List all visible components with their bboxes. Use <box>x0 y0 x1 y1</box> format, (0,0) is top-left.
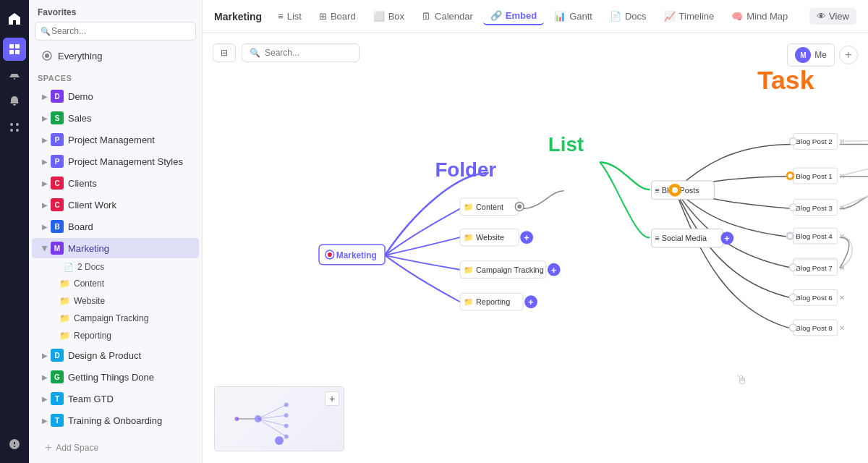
svg-point-9 <box>45 54 49 58</box>
mm-me-button[interactable]: M Me <box>787 43 835 67</box>
mm-search-input-wrap: 🔍 <box>242 43 359 62</box>
nav-search-input[interactable] <box>35 22 196 41</box>
line-graphics <box>841 141 868 142</box>
pms-icon: P <box>51 155 64 168</box>
thumbnail-add-button[interactable]: + <box>325 391 339 406</box>
tab-embed[interactable]: 🔗 Embed <box>483 7 544 25</box>
top-bar: Marketing ≡ List ⊞ Board ⬜ Box 🗓 Calenda… <box>203 0 868 33</box>
sidebar-sub-reporting[interactable]: 📁 Reporting <box>32 328 199 344</box>
sales-icon: S <box>51 111 64 124</box>
sidebar-icon-inbox[interactable] <box>3 64 26 87</box>
cursor-icon: 🖱 <box>736 373 749 387</box>
cw-expand-arrow: ▶ <box>42 201 48 209</box>
docs-sub-icon: 📄 <box>64 263 74 272</box>
add-space-button[interactable]: + Add Space <box>38 437 193 459</box>
sidebar-item-marketing[interactable]: ▶ M Marketing <box>32 238 199 258</box>
sidebar-icon-home[interactable] <box>3 7 26 30</box>
training-label: Training & Onboarding <box>68 415 162 426</box>
sidebar-sub-docs[interactable]: 📄 2 Docs <box>32 260 199 274</box>
sidebar-icon-notifications[interactable] <box>3 90 26 113</box>
dp-icon: D <box>51 349 64 362</box>
sidebar-icon-apps[interactable] <box>3 116 26 139</box>
pm-label: Project Management <box>68 135 155 145</box>
docs-tab-label: Docs <box>625 11 647 22</box>
board-expand-arrow: ▶ <box>42 223 48 231</box>
docs-sub-label: 2 Docs <box>77 262 104 272</box>
marketing-node-dot-inner <box>328 252 332 257</box>
mm-filter-button[interactable]: ⊟ <box>213 43 236 62</box>
sidebar-item-clients[interactable]: ▶ C Clients <box>32 173 199 193</box>
content-node-label: 📁 Content <box>464 202 503 212</box>
svg-point-15 <box>284 403 289 407</box>
list-tab-label: List <box>287 11 302 22</box>
blog-post-3-close[interactable]: ✕ <box>839 204 845 212</box>
tgtd-label: Team GTD <box>68 394 114 404</box>
blog-post-8-label: Blog Post 8 <box>796 324 833 332</box>
nav-panel: Favorites 🔍 Everything Spaces ▶ D Demo ▶… <box>29 0 203 463</box>
blog-post-3-label: Blog Post 3 <box>796 204 833 212</box>
sidebar-item-getting-things-done[interactable]: ▶ G Getting Things Done <box>32 367 199 387</box>
sidebar-item-board[interactable]: ▶ B Board <box>32 216 199 237</box>
nav-search-container: 🔍 <box>35 22 196 41</box>
sidebar-item-client-work[interactable]: ▶ C Client Work <box>32 195 199 215</box>
sidebar-item-demo[interactable]: ▶ D Demo <box>32 86 199 106</box>
marketing-icon: M <box>51 242 64 255</box>
svg-point-7 <box>16 129 19 132</box>
sidebar-item-design-product[interactable]: ▶ D Design & Product <box>32 345 199 365</box>
svg-line-13 <box>258 419 286 426</box>
list-tab-icon: ≡ <box>278 11 284 22</box>
campaign-label: Campaign Tracking <box>74 313 148 323</box>
blog-post-6-close[interactable]: ✕ <box>839 294 845 302</box>
thumbnail-scroll-dot <box>275 436 284 445</box>
tab-gantt[interactable]: 📊 Gantt <box>547 8 600 25</box>
mm-add-user-button[interactable]: + <box>839 46 858 64</box>
box-tab-icon: ⬜ <box>373 11 385 22</box>
sidebar-sub-website[interactable]: 📁 Website <box>32 293 199 309</box>
view-button[interactable]: 👁 View <box>809 8 856 25</box>
board-tab-icon: ⊞ <box>319 11 327 22</box>
sidebar-item-sales[interactable]: ▶ S Sales <box>32 108 199 128</box>
sidebar-item-project-mgmt-styles[interactable]: ▶ P Project Management Styles <box>32 151 199 171</box>
sidebar-icon-help[interactable] <box>3 433 26 456</box>
tab-box[interactable]: ⬜ Box <box>366 8 412 25</box>
nav-header: Favorites <box>29 0 202 22</box>
tab-list[interactable]: ≡ List <box>271 8 309 25</box>
sales-expand-arrow: ▶ <box>42 114 48 122</box>
tab-docs[interactable]: 📄 Docs <box>603 8 654 25</box>
svg-rect-1 <box>15 44 20 48</box>
sidebar-item-project-mgmt[interactable]: ▶ P Project Management <box>32 129 199 150</box>
clients-icon: C <box>51 177 64 190</box>
blog-post-8-close[interactable]: ✕ <box>839 324 845 332</box>
dp-label: Design & Product <box>68 350 141 361</box>
mm-search-input[interactable] <box>265 48 352 58</box>
nav-everything[interactable]: Everything <box>32 45 199 67</box>
clients-label: Clients <box>68 178 97 189</box>
gtd-expand-arrow: ▶ <box>42 373 48 381</box>
sidebar-item-team-gtd[interactable]: ▶ T Team GTD <box>32 388 199 409</box>
sales-label: Sales <box>68 113 92 124</box>
timeline-tab-icon: 📈 <box>664 11 676 22</box>
sidebar-sub-campaign-tracking[interactable]: 📁 Campaign Tracking <box>32 310 199 326</box>
mm-search-icon: 🔍 <box>250 48 260 58</box>
gtd-label: Getting Things Done <box>68 372 154 383</box>
tab-calendar[interactable]: 🗓 Calendar <box>414 8 480 25</box>
blog-post-1-close[interactable]: ✕ <box>839 172 845 180</box>
line-marketing-content <box>385 209 460 255</box>
calendar-tab-icon: 🗓 <box>422 11 431 22</box>
svg-point-20 <box>234 417 239 421</box>
tgtd-expand-arrow: ▶ <box>42 395 48 403</box>
tab-mind-map[interactable]: 🧠 Mind Map <box>724 8 795 25</box>
svg-point-18 <box>284 435 289 439</box>
mind-map-area: ⊟ 🔍 M Me + <box>203 33 868 463</box>
gantt-tab-label: Gantt <box>569 11 592 22</box>
calendar-tab-label: Calendar <box>435 11 473 22</box>
sidebar-item-training[interactable]: ▶ T Training & Onboarding <box>32 410 199 430</box>
sidebar-sub-content[interactable]: 📁 Content <box>32 276 199 292</box>
svg-rect-0 <box>9 44 14 48</box>
board-icon: B <box>51 220 64 233</box>
bp6-dot <box>789 294 796 301</box>
sidebar-icon-spaces[interactable] <box>3 38 26 61</box>
tab-board[interactable]: ⊞ Board <box>312 8 363 25</box>
tab-timeline[interactable]: 📈 Timeline <box>657 8 722 25</box>
mm-search-bar: ⊟ 🔍 <box>213 43 359 62</box>
